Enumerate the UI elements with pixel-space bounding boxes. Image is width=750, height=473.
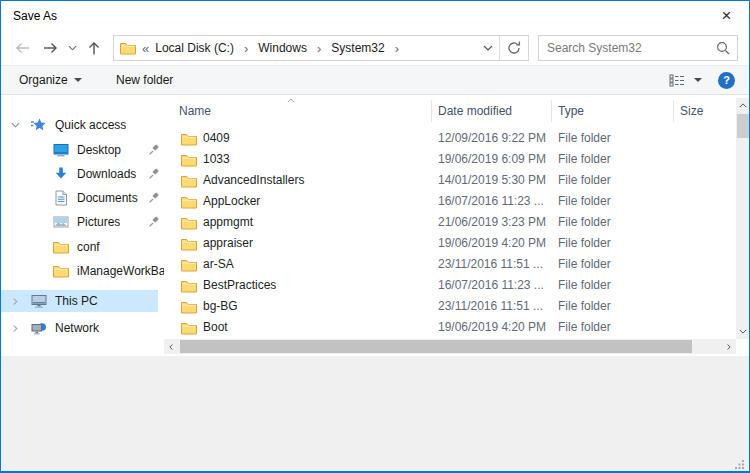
column-header-size[interactable]: Size [680,98,703,124]
file-date: 21/06/2019 3:23 PM [438,212,546,233]
column-header-date-modified[interactable]: Date modified [438,98,512,124]
new-folder-button[interactable]: New folder [116,66,173,94]
search-input[interactable] [539,36,737,60]
file-name: BestPractices [203,275,276,296]
resize-grip-icon[interactable] [735,459,745,469]
scroll-left-icon[interactable] [164,339,179,354]
vertical-scrollbar[interactable] [736,98,750,339]
sidebar-item-imanageworkbarco[interactable]: iManageWorkBarco [1,260,169,282]
breadcrumb-item-system32[interactable]: System32 [331,41,384,55]
sidebar-item-conf[interactable]: conf [1,236,169,258]
view-options-button[interactable] [669,74,702,87]
chevron-down-icon[interactable] [9,122,21,128]
sidebar-item-label: conf [77,240,100,254]
file-type: File folder [558,254,611,275]
this-pc-icon [31,293,47,309]
breadcrumb-overflow[interactable]: « [142,41,149,56]
breadcrumb-separator-icon[interactable]: › [391,41,403,56]
sidebar-item-label: Network [55,321,99,335]
search-box [538,35,738,61]
sidebar-item-network[interactable]: Network [1,317,169,339]
scroll-up-icon[interactable] [736,98,750,113]
breadcrumb-separator-icon[interactable]: › [313,41,325,56]
organize-button[interactable]: Organize [19,66,82,94]
breadcrumb-item-windows[interactable]: Windows [258,41,307,55]
sidebar-item-this-pc[interactable]: This PC [1,290,158,312]
column-divider[interactable] [551,100,552,122]
file-row[interactable]: appraiser 19/06/2019 4:20 PM File folder [164,233,724,254]
breadcrumb-separator-icon[interactable]: › [240,41,252,56]
address-dropdown-chevron-icon[interactable] [477,36,499,60]
file-type: File folder [558,296,611,317]
file-row[interactable]: 1033 19/06/2019 6:09 PM File folder [164,149,724,170]
title-bar[interactable]: Save As × [1,1,749,31]
file-date: 19/06/2019 4:20 PM [438,317,546,338]
sidebar-item-label: Pictures [77,215,120,229]
sidebar-item-downloads[interactable]: Downloads [1,163,169,185]
column-divider[interactable] [673,100,674,122]
sidebar-item-desktop[interactable]: Desktop [1,139,169,161]
file-row[interactable]: Boot 19/06/2019 4:20 PM File folder [164,317,724,338]
desktop-icon [53,142,69,158]
navigation-bar: « Local Disk (C:) › Windows › System32 › [1,31,749,65]
folder-icon [181,300,197,317]
folder-icon [181,216,197,233]
breadcrumb: « Local Disk (C:) › Windows › System32 › [114,41,477,56]
pictures-icon [53,214,69,230]
column-header-name[interactable]: Name [179,98,211,124]
breadcrumb-item-local-disk[interactable]: Local Disk (C:) [155,41,234,55]
chevron-right-icon[interactable] [9,324,21,333]
refresh-icon [506,40,522,56]
horizontal-scrollbar-thumb[interactable] [180,340,692,353]
column-divider[interactable] [431,100,432,122]
scroll-right-icon[interactable] [721,339,736,354]
folder-icon [181,237,197,254]
folder-icon [181,195,197,212]
pin-icon [148,168,160,180]
forward-button[interactable] [41,40,59,56]
back-button[interactable] [13,40,31,56]
address-bar[interactable]: « Local Disk (C:) › Windows › System32 › [113,35,529,61]
up-button[interactable] [85,40,103,57]
folder-icon [181,153,197,170]
file-row[interactable]: 0409 12/09/2016 9:22 PM File folder [164,128,724,149]
chevron-right-icon[interactable] [9,297,21,306]
help-button[interactable]: ? [718,72,735,89]
file-name: ar-SA [203,254,234,275]
vertical-scrollbar-thumb[interactable] [737,114,749,138]
file-date: 19/06/2019 4:20 PM [438,233,546,254]
file-name: bg-BG [203,296,238,317]
sidebar-item-label: Desktop [77,143,121,157]
file-row[interactable]: BestPractices 16/07/2016 11:23 ... File … [164,275,724,296]
pin-icon [148,144,160,156]
refresh-button[interactable] [500,36,528,60]
folder-icon [53,264,69,278]
sidebar-item-documents[interactable]: Documents [1,187,169,209]
horizontal-scrollbar[interactable] [164,339,736,354]
dialog-footer: File name: Save as type: zip files (*.zi… [1,356,749,472]
new-folder-label: New folder [116,73,173,87]
downloads-icon [53,166,69,182]
file-row[interactable]: AppLocker 16/07/2016 11:23 ... File fold… [164,191,724,212]
file-name: AdvancedInstallers [203,170,304,191]
file-row[interactable]: ar-SA 23/11/2016 11:51 ... File folder [164,254,724,275]
file-row[interactable]: AdvancedInstallers 14/01/2019 5:30 PM Fi… [164,170,724,191]
file-row[interactable]: bg-BG 23/11/2016 11:51 ... File folder [164,296,724,317]
sidebar-item-label: Documents [77,191,138,205]
close-icon: × [722,6,732,26]
recent-locations-chevron-icon[interactable] [66,45,78,51]
file-date: 16/07/2016 11:23 ... [438,275,544,296]
column-header-type[interactable]: Type [558,98,584,124]
sidebar-item-quick-access[interactable]: Quick access [1,114,169,136]
sort-ascending-icon [287,98,295,103]
column-headers: Name Date modified Type Size [164,98,736,124]
file-name: appraiser [203,233,253,254]
sidebar-item-label: This PC [55,294,98,308]
scroll-down-icon[interactable] [736,324,750,339]
file-type: File folder [558,233,611,254]
file-date: 23/11/2016 11:51 ... [438,296,543,317]
file-row[interactable]: appmgmt 21/06/2019 3:23 PM File folder [164,212,724,233]
nav-buttons [13,31,103,65]
sidebar-item-pictures[interactable]: Pictures [1,211,169,233]
close-button[interactable]: × [704,1,749,30]
